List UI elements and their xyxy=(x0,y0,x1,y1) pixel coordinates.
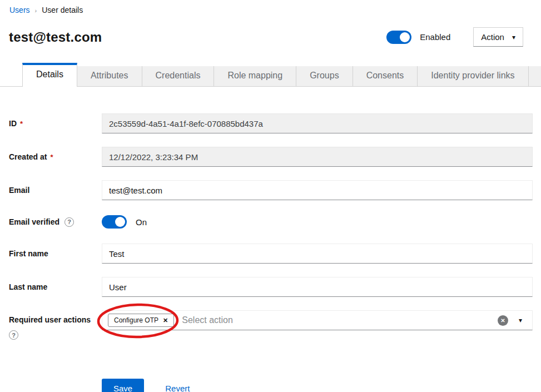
form-row-required-user-actions: Required user actions ? Configure OTP ✕ … xyxy=(9,310,533,340)
enabled-toggle[interactable] xyxy=(386,31,411,44)
email-verified-toggle[interactable] xyxy=(102,215,127,229)
id-field xyxy=(102,113,533,133)
revert-link[interactable]: Revert xyxy=(165,384,190,392)
form-actions: Save Revert xyxy=(9,379,533,392)
breadcrumb-separator-icon: › xyxy=(35,7,37,14)
action-dropdown-label: Action xyxy=(481,32,504,42)
tab-consents[interactable]: Consents xyxy=(353,66,418,86)
form-row-email: Email xyxy=(9,180,533,200)
page-header: test@test.com Enabled Action ▾ xyxy=(0,14,541,47)
required-user-actions-label: Required user actions xyxy=(9,315,91,324)
select-action-input[interactable] xyxy=(182,315,498,325)
header-controls: Enabled Action ▾ xyxy=(386,27,523,47)
first-name-field[interactable] xyxy=(102,244,533,264)
breadcrumb-link-users[interactable]: Users xyxy=(9,6,30,14)
form-row-last-name: Last name xyxy=(9,277,533,297)
required-asterisk: * xyxy=(20,120,23,128)
email-label: Email xyxy=(9,186,29,195)
page-title: test@test.com xyxy=(9,29,102,45)
email-verified-label: Email verified xyxy=(9,217,59,226)
tab-details[interactable]: Details xyxy=(22,63,77,87)
email-verified-state-label: On xyxy=(136,217,147,227)
last-name-label: Last name xyxy=(9,282,47,291)
tab-identity-provider-links[interactable]: Identity provider links xyxy=(418,66,528,86)
tab-role-mapping[interactable]: Role mapping xyxy=(214,66,296,86)
help-icon[interactable]: ? xyxy=(64,217,74,227)
tab-attributes[interactable]: Attributes xyxy=(77,66,142,86)
tab-groups[interactable]: Groups xyxy=(296,66,353,86)
help-icon[interactable]: ? xyxy=(9,330,18,340)
breadcrumb-current: User details xyxy=(42,6,83,14)
clear-selection-icon[interactable]: ✕ xyxy=(498,315,508,326)
form-row-id: ID * xyxy=(9,113,533,133)
chip-remove-icon[interactable]: ✕ xyxy=(163,317,168,324)
chip-configure-otp: Configure OTP ✕ xyxy=(108,314,174,327)
breadcrumb: Users › User details xyxy=(0,0,541,14)
tab-credentials[interactable]: Credentials xyxy=(142,66,215,86)
created-at-field xyxy=(102,147,533,167)
required-actions-multiselect[interactable]: Configure OTP ✕ ✕ ▾ xyxy=(102,310,533,330)
last-name-field[interactable] xyxy=(102,277,533,297)
first-name-label: First name xyxy=(9,249,48,258)
form-row-created-at: Created at * xyxy=(9,147,533,167)
form-row-first-name: First name xyxy=(9,244,533,264)
action-dropdown-button[interactable]: Action ▾ xyxy=(473,27,523,47)
tab-bar: Details Attributes Credentials Role mapp… xyxy=(0,63,541,87)
required-asterisk: * xyxy=(50,153,53,161)
user-details-form: ID * Created at * Email Email verified ?… xyxy=(0,87,541,392)
enabled-toggle-label: Enabled xyxy=(420,32,450,42)
tab-sessions[interactable]: Sessions xyxy=(529,66,541,86)
form-row-email-verified: Email verified ? On xyxy=(9,214,533,230)
chip-label: Configure OTP xyxy=(114,316,158,324)
id-label: ID xyxy=(9,119,17,128)
created-at-label: Created at xyxy=(9,152,47,161)
chevron-down-icon: ▾ xyxy=(512,34,515,41)
toggle-knob xyxy=(115,217,125,227)
chevron-down-icon[interactable]: ▾ xyxy=(519,317,522,324)
save-button[interactable]: Save xyxy=(102,379,144,392)
toggle-knob xyxy=(400,32,410,42)
email-field[interactable] xyxy=(102,180,533,200)
